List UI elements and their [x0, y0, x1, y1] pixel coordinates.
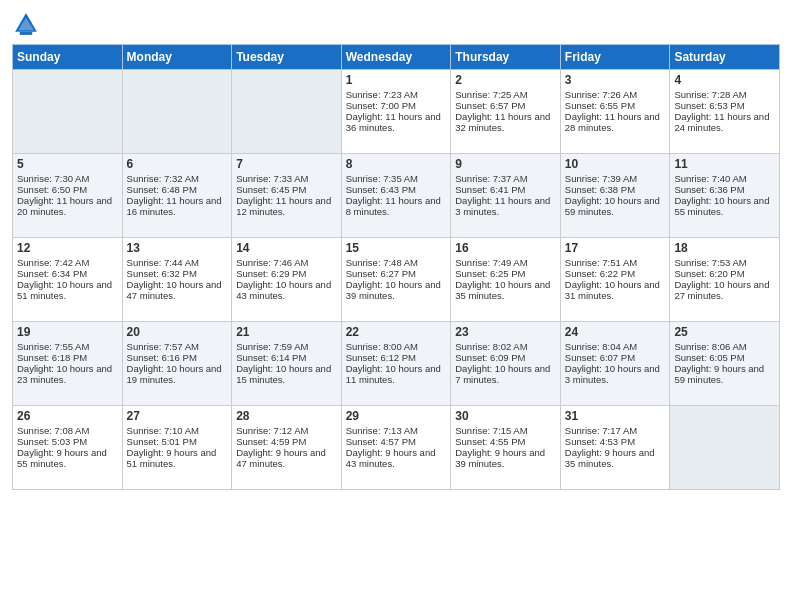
- day-info: Sunrise: 7:10 AM: [127, 425, 228, 436]
- calendar-cell: 19Sunrise: 7:55 AMSunset: 6:18 PMDayligh…: [13, 322, 123, 406]
- calendar-cell: 16Sunrise: 7:49 AMSunset: 6:25 PMDayligh…: [451, 238, 561, 322]
- day-info: Daylight: 10 hours and 19 minutes.: [127, 363, 228, 385]
- day-number: 20: [127, 325, 228, 339]
- day-header-monday: Monday: [122, 45, 232, 70]
- day-info: Daylight: 10 hours and 55 minutes.: [674, 195, 775, 217]
- day-info: Daylight: 10 hours and 3 minutes.: [565, 363, 666, 385]
- day-info: Sunset: 6:43 PM: [346, 184, 447, 195]
- day-number: 19: [17, 325, 118, 339]
- day-header-wednesday: Wednesday: [341, 45, 451, 70]
- day-info: Sunset: 6:45 PM: [236, 184, 337, 195]
- day-number: 5: [17, 157, 118, 171]
- day-info: Sunset: 6:57 PM: [455, 100, 556, 111]
- day-info: Sunrise: 7:51 AM: [565, 257, 666, 268]
- calendar-cell: 1Sunrise: 7:23 AMSunset: 7:00 PMDaylight…: [341, 70, 451, 154]
- calendar-cell: 8Sunrise: 7:35 AMSunset: 6:43 PMDaylight…: [341, 154, 451, 238]
- day-info: Sunrise: 7:30 AM: [17, 173, 118, 184]
- calendar-cell: 14Sunrise: 7:46 AMSunset: 6:29 PMDayligh…: [232, 238, 342, 322]
- day-info: Sunset: 6:32 PM: [127, 268, 228, 279]
- day-info: Daylight: 11 hours and 28 minutes.: [565, 111, 666, 133]
- day-info: Sunrise: 7:23 AM: [346, 89, 447, 100]
- logo-icon: [12, 10, 40, 38]
- day-number: 7: [236, 157, 337, 171]
- day-number: 11: [674, 157, 775, 171]
- day-number: 13: [127, 241, 228, 255]
- day-number: 22: [346, 325, 447, 339]
- day-header-thursday: Thursday: [451, 45, 561, 70]
- day-info: Daylight: 10 hours and 15 minutes.: [236, 363, 337, 385]
- day-info: Sunrise: 7:59 AM: [236, 341, 337, 352]
- day-info: Daylight: 11 hours and 3 minutes.: [455, 195, 556, 217]
- day-info: Sunset: 6:09 PM: [455, 352, 556, 363]
- day-info: Sunset: 4:59 PM: [236, 436, 337, 447]
- day-number: 4: [674, 73, 775, 87]
- calendar-cell: 22Sunrise: 8:00 AMSunset: 6:12 PMDayligh…: [341, 322, 451, 406]
- day-info: Sunset: 6:29 PM: [236, 268, 337, 279]
- day-info: Sunset: 6:36 PM: [674, 184, 775, 195]
- calendar-cell: 24Sunrise: 8:04 AMSunset: 6:07 PMDayligh…: [560, 322, 670, 406]
- calendar-cell: 18Sunrise: 7:53 AMSunset: 6:20 PMDayligh…: [670, 238, 780, 322]
- calendar-cell: 30Sunrise: 7:15 AMSunset: 4:55 PMDayligh…: [451, 406, 561, 490]
- day-info: Sunset: 5:01 PM: [127, 436, 228, 447]
- day-info: Sunset: 6:27 PM: [346, 268, 447, 279]
- day-number: 31: [565, 409, 666, 423]
- day-info: Daylight: 10 hours and 39 minutes.: [346, 279, 447, 301]
- day-info: Daylight: 9 hours and 51 minutes.: [127, 447, 228, 469]
- day-info: Sunset: 6:38 PM: [565, 184, 666, 195]
- day-info: Daylight: 10 hours and 43 minutes.: [236, 279, 337, 301]
- day-info: Sunset: 6:14 PM: [236, 352, 337, 363]
- day-info: Sunrise: 7:48 AM: [346, 257, 447, 268]
- calendar-cell: 13Sunrise: 7:44 AMSunset: 6:32 PMDayligh…: [122, 238, 232, 322]
- day-info: Sunset: 6:50 PM: [17, 184, 118, 195]
- day-number: 26: [17, 409, 118, 423]
- day-info: Sunset: 6:48 PM: [127, 184, 228, 195]
- day-info: Sunrise: 7:42 AM: [17, 257, 118, 268]
- day-info: Sunrise: 7:26 AM: [565, 89, 666, 100]
- day-number: 30: [455, 409, 556, 423]
- day-info: Daylight: 10 hours and 59 minutes.: [565, 195, 666, 217]
- day-number: 24: [565, 325, 666, 339]
- day-info: Sunset: 4:55 PM: [455, 436, 556, 447]
- day-info: Daylight: 9 hours and 39 minutes.: [455, 447, 556, 469]
- day-number: 3: [565, 73, 666, 87]
- day-info: Sunrise: 7:57 AM: [127, 341, 228, 352]
- calendar-cell: 29Sunrise: 7:13 AMSunset: 4:57 PMDayligh…: [341, 406, 451, 490]
- day-info: Daylight: 11 hours and 32 minutes.: [455, 111, 556, 133]
- day-info: Sunset: 6:41 PM: [455, 184, 556, 195]
- day-number: 29: [346, 409, 447, 423]
- day-info: Sunrise: 7:08 AM: [17, 425, 118, 436]
- svg-rect-2: [20, 32, 32, 35]
- day-info: Sunrise: 7:32 AM: [127, 173, 228, 184]
- day-number: 1: [346, 73, 447, 87]
- day-info: Sunset: 7:00 PM: [346, 100, 447, 111]
- day-info: Sunrise: 7:13 AM: [346, 425, 447, 436]
- day-info: Daylight: 10 hours and 7 minutes.: [455, 363, 556, 385]
- day-info: Sunrise: 7:53 AM: [674, 257, 775, 268]
- day-header-sunday: Sunday: [13, 45, 123, 70]
- calendar-cell: 6Sunrise: 7:32 AMSunset: 6:48 PMDaylight…: [122, 154, 232, 238]
- day-info: Sunset: 6:53 PM: [674, 100, 775, 111]
- day-info: Daylight: 10 hours and 11 minutes.: [346, 363, 447, 385]
- day-info: Daylight: 10 hours and 35 minutes.: [455, 279, 556, 301]
- day-info: Sunset: 6:12 PM: [346, 352, 447, 363]
- calendar-table: SundayMondayTuesdayWednesdayThursdayFrid…: [12, 44, 780, 490]
- calendar-cell: 2Sunrise: 7:25 AMSunset: 6:57 PMDaylight…: [451, 70, 561, 154]
- day-info: Sunrise: 7:35 AM: [346, 173, 447, 184]
- calendar-cell: 11Sunrise: 7:40 AMSunset: 6:36 PMDayligh…: [670, 154, 780, 238]
- day-info: Daylight: 10 hours and 27 minutes.: [674, 279, 775, 301]
- day-info: Daylight: 10 hours and 47 minutes.: [127, 279, 228, 301]
- day-info: Sunrise: 7:40 AM: [674, 173, 775, 184]
- day-header-tuesday: Tuesday: [232, 45, 342, 70]
- calendar-cell: 12Sunrise: 7:42 AMSunset: 6:34 PMDayligh…: [13, 238, 123, 322]
- calendar-cell: [670, 406, 780, 490]
- day-info: Sunrise: 8:04 AM: [565, 341, 666, 352]
- day-info: Sunset: 6:07 PM: [565, 352, 666, 363]
- day-info: Daylight: 11 hours and 20 minutes.: [17, 195, 118, 217]
- day-info: Sunrise: 7:39 AM: [565, 173, 666, 184]
- day-number: 15: [346, 241, 447, 255]
- day-info: Sunset: 6:55 PM: [565, 100, 666, 111]
- day-number: 8: [346, 157, 447, 171]
- day-number: 27: [127, 409, 228, 423]
- day-info: Daylight: 11 hours and 24 minutes.: [674, 111, 775, 133]
- calendar-cell: 21Sunrise: 7:59 AMSunset: 6:14 PMDayligh…: [232, 322, 342, 406]
